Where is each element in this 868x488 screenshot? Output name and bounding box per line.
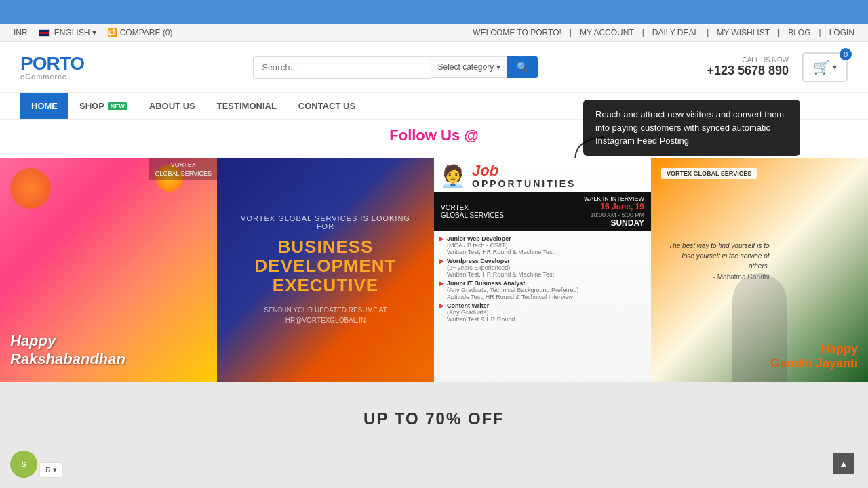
instagram-post-3[interactable]: 🧑‍💼 Job OPPORTUNITIES VORTEXGLOBAL SERVI…	[434, 158, 651, 382]
daily-deal-link[interactable]: DAILY DEAL	[652, 28, 698, 37]
vortex-logo-3: VORTEXGLOBAL SERVICES	[441, 204, 504, 219]
job-icon: 🧑‍💼	[439, 163, 467, 189]
top-bar-right: WELCOME TO PORTO! | MY ACCOUNT | DAILY D…	[473, 28, 854, 37]
call-us-label: CALL US NOW	[707, 56, 789, 64]
vortex-logo-4: VORTEX GLOBAL SERVICES	[661, 168, 757, 179]
instagram-img-4: VORTEX GLOBAL SERVICES The best way to f…	[651, 158, 868, 382]
login-link[interactable]: LOGIN	[829, 28, 854, 37]
bottom-promo-section: UP TO 70% OFF	[0, 382, 868, 456]
shopify-label[interactable]: R ▾	[39, 462, 63, 478]
chevron-down-icon: ▾	[833, 62, 837, 72]
instagram-img-2: VORTEX GLOBAL SERVICES IS LOOKING FOR BU…	[217, 158, 434, 382]
instagram-img-1: VORTEXGLOBAL SERVICES HappyRakshabandhan	[0, 158, 217, 382]
category-select[interactable]: Select category ▾	[431, 56, 508, 78]
page-accent-bar	[0, 0, 868, 24]
site-header: PORTO eCommerce Select category ▾ 🔍 CALL…	[0, 42, 868, 93]
site-logo[interactable]: PORTO eCommerce	[20, 54, 84, 81]
chevron-down-icon: ▾	[496, 62, 500, 72]
interview-day: SUNDAY	[584, 218, 644, 228]
header-right: CALL US NOW +123 5678 890 🛒 0 ▾	[707, 52, 848, 82]
walk-in-label: WALK IN INTERVIEW	[584, 195, 644, 202]
search-input[interactable]	[253, 56, 431, 79]
nav-item-contact[interactable]: CONTACT US	[288, 93, 366, 119]
looking-for-text: VORTEX GLOBAL SERVICES IS LOOKING FOR	[231, 214, 420, 230]
nav-badge-new: NEW	[108, 102, 127, 110]
vortex-badge-1: VORTEXGLOBAL SERVICES	[149, 158, 217, 180]
interview-date: 16 June, 19	[584, 202, 644, 211]
logo-sub-text: eCommerce	[20, 73, 84, 81]
welcome-text: WELCOME TO PORTO!	[473, 28, 561, 37]
nav-item-home[interactable]: HOME	[20, 93, 68, 119]
language-selector[interactable]: ENGLISH ▾	[39, 28, 97, 37]
blog-link[interactable]: BLOG	[788, 28, 810, 37]
logo-text: PORTO	[20, 54, 84, 73]
instagram-tooltip: Reach and attract new visitors and conve…	[583, 100, 800, 156]
job-title: Job	[472, 163, 576, 178]
flag-icon	[39, 29, 50, 37]
gandhi-quote: The best way to find yourself is to lose…	[661, 241, 770, 271]
currency-selector[interactable]: INR	[14, 28, 28, 37]
nav-item-shop[interactable]: SHOP NEW	[68, 93, 138, 119]
bde-title: BUSINESSDEVELOPMENTEXECUTIVE	[255, 237, 397, 296]
top-bar-left: INR ENGLISH ▾ 🔁 COMPARE (0)	[14, 28, 173, 37]
nav-item-testimonial[interactable]: TESTIMONIAL	[206, 93, 288, 119]
my-account-link[interactable]: MY ACCOUNT	[580, 28, 634, 37]
my-wishlist-link[interactable]: MY WISHLIST	[717, 28, 770, 37]
opportunities-text: OPPORTUNITIES	[472, 178, 576, 189]
instagram-img-3: 🧑‍💼 Job OPPORTUNITIES VORTEXGLOBAL SERVI…	[434, 158, 651, 382]
instagram-post-4[interactable]: VORTEX GLOBAL SERVICES The best way to f…	[651, 158, 868, 382]
scroll-to-top-button[interactable]: ▲	[833, 453, 854, 474]
send-resume-text: SEND IN YOUR UPDATED RESUME ATHR@VORTEXG…	[264, 305, 387, 325]
follow-us-section: Follow Us @ Reach and attract new visito…	[0, 120, 868, 158]
instagram-feed-grid: VORTEXGLOBAL SERVICES HappyRakshabandhan…	[0, 158, 868, 382]
shopify-badge[interactable]: S	[10, 451, 37, 478]
search-button[interactable]: 🔍	[507, 56, 538, 78]
interview-time: 10:00 AM - 5:00 PM	[584, 211, 644, 218]
rakhi-greeting: HappyRakshabandhan	[10, 332, 125, 368]
search-area: Select category ▾ 🔍	[253, 56, 538, 79]
cart-icon: 🛒	[813, 59, 830, 75]
call-us-section: CALL US NOW +123 5678 890	[707, 56, 789, 78]
top-bar: INR ENGLISH ▾ 🔁 COMPARE (0) WELCOME TO P…	[0, 24, 868, 42]
compare-link[interactable]: 🔁 COMPARE (0)	[107, 28, 172, 37]
job-list: ▶ Junior Web Developer(MCA / B.tech - CS…	[434, 234, 651, 324]
search-icon: 🔍	[517, 62, 528, 73]
nav-item-about[interactable]: ABOUT US	[138, 93, 206, 119]
phone-number: +123 5678 890	[707, 64, 789, 78]
cart-count: 0	[840, 48, 852, 60]
promo-text: UP TO 70% OFF	[363, 409, 505, 428]
instagram-post-2[interactable]: VORTEX GLOBAL SERVICES IS LOOKING FOR BU…	[217, 158, 434, 382]
cart-button[interactable]: 🛒 0 ▾	[802, 52, 848, 82]
instagram-post-1[interactable]: VORTEXGLOBAL SERVICES HappyRakshabandhan	[0, 158, 217, 382]
follow-us-heading: Follow Us @	[389, 120, 478, 151]
